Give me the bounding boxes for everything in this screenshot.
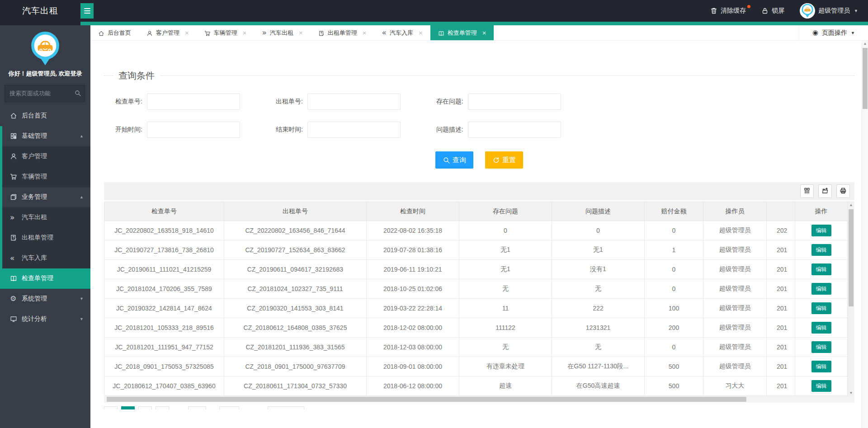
edit-button[interactable]: 编辑 [811,302,831,314]
tab-car-rent[interactable]: »汽车出租× [255,25,311,40]
cell-optime_partial: 201 [767,338,795,357]
cell-operator: 超级管理员 [703,279,767,299]
export-button[interactable] [818,184,832,198]
cell-rent_no: CZ_20190727_152634_863_83662 [224,240,367,260]
tab-rent-order-mgmt[interactable]: 出租单管理× [311,25,374,40]
tab-label: 汽车出租 [270,29,293,37]
cell-check_no: JC_20181024_170206_355_7589 [104,279,224,299]
close-icon[interactable]: × [185,29,189,36]
table-toolbar [104,182,854,200]
filter-columns-button[interactable] [800,184,814,198]
edit-button[interactable]: 编辑 [811,244,831,256]
sidebar-item-inspection-mgmt[interactable]: 检查单管理 [2,268,90,289]
cell-desc: 0 [552,221,645,240]
cell-op: 编辑 [795,221,848,240]
sidebar-item-system-mgmt[interactable]: ⚙系统管理▼ [0,289,90,309]
sidebar-item-business-mgmt[interactable]: 业务管理▲ [2,187,90,207]
tab-car-storage[interactable]: «汽车入库× [374,25,430,40]
check-no-field[interactable] [147,94,240,110]
scrollbar-thumb[interactable] [863,48,868,109]
close-icon[interactable]: × [419,29,423,36]
refresh-icon [492,156,500,164]
sidebar-item-car-rent[interactable]: »汽车出租 [2,207,90,228]
chevron-up-icon: ▲ [80,195,84,199]
edit-button[interactable]: 编辑 [811,225,831,236]
edit-button[interactable]: 编辑 [811,283,831,295]
cell-amount: 500 [645,357,703,376]
export-icon [821,187,829,196]
cell-optime_partial: 202 [767,221,795,240]
sidebar-item-rent-order-mgmt[interactable]: 出租单管理 [2,228,90,248]
cell-operator: 超级管理员 [703,357,767,376]
tab-inspection-mgmt[interactable]: 检查单管理× [430,25,494,40]
sidebar-item-customer-mgmt[interactable]: 客户管理 [2,146,90,167]
column-header-check_no: 检查单号 [104,202,224,221]
edit-button[interactable]: 编辑 [811,380,831,392]
cart-icon [204,30,211,36]
viewport-clip [90,409,862,428]
close-icon[interactable]: × [299,29,303,36]
lock-screen-label: 锁屏 [772,7,784,15]
column-header-op: 操作 [795,202,848,221]
monitor-icon [10,315,17,323]
edit-button[interactable]: 编辑 [811,341,831,353]
sidebar-group-business-mgmt: 业务管理▲»汽车出租出租单管理«汽车入库检查单管理 [0,187,90,289]
close-icon[interactable]: × [482,29,486,36]
sidebar-item-car-storage[interactable]: «汽车入库 [2,248,90,268]
page-scrollbar[interactable]: ▲ [862,41,868,428]
close-icon[interactable]: × [363,29,367,36]
notification-dot [747,5,750,8]
print-button[interactable] [836,184,850,198]
end-time-field[interactable] [307,122,401,138]
sidebar-item-stats-analysis[interactable]: 统计分析▼ [0,309,90,329]
cell-check_no: JC_20220802_163518_918_14610 [104,221,224,240]
chevron-up-icon: ▲ [80,134,84,138]
desc-field[interactable] [468,122,561,138]
tab-dashboard[interactable]: 后台首页 [90,25,139,40]
scrollbar-thumb[interactable] [107,397,746,402]
cell-issue: 有违章未处理 [459,357,552,376]
scrollbar-thumb[interactable] [849,209,854,306]
cell-operator: 超级管理员 [703,338,767,357]
cell-amount: 500 [645,376,703,396]
issue-field[interactable] [468,94,561,110]
table-horizontal-scrollbar[interactable] [104,396,854,403]
reset-button[interactable]: 重置 [485,151,523,169]
cell-operator: 超级管理员 [703,318,767,338]
table-row: JC_20190611_111021_41215259CZ_20190611_0… [104,260,854,279]
avatar [800,3,815,19]
edit-button[interactable]: 编辑 [811,263,831,275]
lock-screen-button[interactable]: 锁屏 [761,7,784,15]
clear-cache-button[interactable]: 清除缓存 [710,7,746,15]
user-menu[interactable]: 超级管理员 ▼ [800,3,858,19]
close-icon[interactable]: × [243,29,247,36]
tab-customer-mgmt[interactable]: 客户管理× [139,25,197,40]
tab-vehicle-mgmt[interactable]: 车辆管理× [197,25,255,40]
sidebar-toggle-button[interactable] [80,3,94,19]
scroll-up-arrow-icon[interactable]: ▲ [862,41,868,47]
column-header-optime_partial [767,202,795,221]
cell-check_time: 2018-12-02 08:00:00 [367,318,459,338]
sidebar-item-base-mgmt[interactable]: 基础管理▲ [2,126,90,146]
page-operations-dropdown[interactable]: ◉ 页面操作 ▼ [799,25,868,40]
search-button[interactable]: 查询 [435,151,473,169]
scroll-up-arrow-icon[interactable]: ▲ [848,202,854,208]
sidebar-item-label: 车辆管理 [22,173,47,181]
field-label: 结束时间: [267,126,303,134]
sidebar-item-dashboard[interactable]: 后台首页 [0,106,90,126]
edit-button[interactable]: 编辑 [811,361,831,372]
cell-optime_partial: 201 [767,376,795,396]
edit-button[interactable]: 编辑 [811,322,831,334]
cell-optime_partial: 201 [767,318,795,338]
tab-label: 出租单管理 [328,29,357,37]
sidebar-search-input[interactable] [5,85,85,102]
start-time-field[interactable] [147,122,240,138]
trash-icon [710,7,717,14]
print-icon [840,187,847,196]
scroll-down-arrow-icon[interactable]: ▼ [848,390,854,396]
main-area: 后台首页客户管理×车辆管理×»汽车出租×出租单管理×«汽车入库×检查单管理× ◉… [90,25,868,428]
cell-optime_partial: 201 [767,260,795,279]
rent-no-field[interactable] [307,94,401,110]
sidebar-item-vehicle-mgmt[interactable]: 车辆管理 [2,167,90,187]
table-vertical-scrollbar[interactable]: ▲ ▼ [847,202,854,396]
